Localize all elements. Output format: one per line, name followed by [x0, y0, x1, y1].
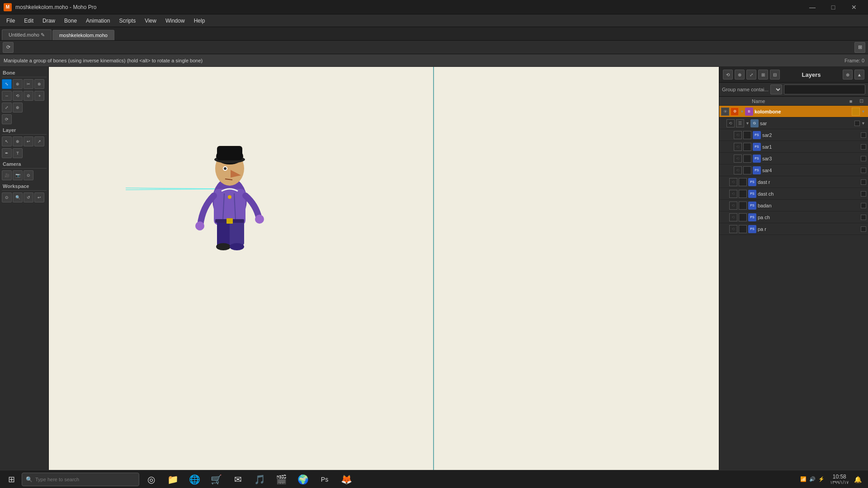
layer-anim-badan[interactable] [739, 202, 747, 210]
layer-row-sar1[interactable]: ⟲ PS sar1 [719, 141, 868, 153]
workspace-tool-4[interactable]: ↩ [34, 192, 44, 202]
layer-checkbox-sar1[interactable] [861, 144, 866, 150]
taskbar-app-ps[interactable]: Ps [315, 471, 335, 488]
layer-checkbox-pa-ch[interactable] [861, 215, 866, 220]
collapse-sar[interactable]: ▼ [745, 121, 750, 126]
tab-moshkelekolom[interactable]: moshkelekolom.moho [52, 30, 114, 40]
camera-tool-2[interactable]: 📷 [13, 170, 23, 180]
toolbar-icon-1[interactable]: ⟳ [3, 42, 14, 53]
layers-collapse[interactable]: ▲ [854, 70, 864, 80]
layer-checkbox-badan[interactable] [861, 203, 866, 208]
taskbar-app-maps[interactable]: 🌍 [293, 471, 313, 488]
camera-tool-1[interactable]: 🎥 [2, 170, 12, 180]
layers-icon-6[interactable]: ⊕ [843, 70, 853, 80]
layer-tool-2[interactable]: ⊕ [13, 136, 23, 146]
layer-tool-6[interactable]: T [13, 148, 23, 158]
clock-area[interactable]: 10:58 ۱۳۹۹/۱/۱۷ [830, 474, 849, 485]
taskbar-app-mail[interactable]: ✉ [228, 471, 248, 488]
layer-tool-3[interactable]: ↩ [24, 136, 33, 146]
layer-arrow-kolombone[interactable]: ▼ [861, 109, 865, 114]
menu-animation[interactable]: Animation [81, 16, 114, 26]
bone-tool-11[interactable]: ⟳ [2, 114, 12, 124]
taskbar-search-box[interactable]: 🔍 [22, 473, 139, 486]
menu-help[interactable]: Help [189, 16, 210, 26]
layer-anim-dast-r[interactable] [739, 178, 747, 186]
bone-tool-10[interactable]: ⊛ [13, 103, 23, 113]
menu-view[interactable]: View [140, 16, 161, 26]
taskbar-app-explorer[interactable]: 📁 [163, 471, 183, 488]
bone-tool-1[interactable]: ⤡ [2, 79, 12, 89]
menu-file[interactable]: File [2, 16, 19, 26]
bone-tool-3[interactable]: ✂ [24, 79, 33, 89]
taskbar-app-video[interactable]: 🎬 [271, 471, 291, 488]
layer-vis-dast-ch[interactable]: ⟲ [729, 190, 737, 198]
layer-row-kolombone[interactable]: 👁 ⚙ ▼ B kolombone ▼ [719, 106, 868, 117]
layer-anim-sar3[interactable] [743, 155, 751, 163]
layer-vis-sar[interactable]: ⟲ [726, 119, 735, 127]
taskbar-search-input[interactable] [35, 477, 126, 482]
layer-vis-pa-ch[interactable]: ⟲ [729, 213, 737, 221]
layer-tool-5[interactable]: ✒ [2, 148, 12, 158]
taskbar-app-store[interactable]: 🛒 [206, 471, 226, 488]
layer-anim-dast-ch[interactable] [739, 190, 747, 198]
notification-btn[interactable]: 🔔 [854, 476, 862, 483]
taskbar-app-firefox[interactable]: 🦊 [336, 471, 356, 488]
start-button[interactable]: ⊞ [3, 471, 20, 488]
menu-edit[interactable]: Edit [19, 16, 38, 26]
layer-vis-sar4[interactable]: ⟲ [734, 166, 742, 174]
layers-icon-3[interactable]: ⤢ [746, 70, 756, 80]
layer-anim-pa-ch[interactable] [739, 213, 747, 221]
layer-vis-pa-r[interactable]: ⟲ [729, 225, 737, 233]
menu-draw[interactable]: Draw [38, 16, 60, 26]
layer-row-dast-ch[interactable]: ⟲ PS dast ch [719, 188, 868, 200]
layer-checkbox-sar3[interactable] [861, 156, 866, 161]
layer-checkbox-dast-ch[interactable] [861, 191, 866, 197]
layer-tool-1[interactable]: ↖ [2, 136, 12, 146]
taskbar-app-media[interactable]: 🎵 [250, 471, 269, 488]
bone-tool-2[interactable]: ⊕ [13, 79, 23, 89]
menu-bone[interactable]: Bone [60, 16, 81, 26]
layer-vis-badan[interactable]: ⟲ [729, 202, 737, 210]
layer-anim-kolombone[interactable]: ⚙ [731, 108, 739, 116]
close-button[interactable]: ✕ [844, 0, 864, 14]
layer-checkbox-sar4[interactable] [861, 168, 866, 173]
layer-row-sar2[interactable]: ⟲ PS sar2 [719, 129, 868, 141]
layer-anim-sar[interactable]: ☰ [736, 119, 744, 127]
minimize-button[interactable]: — [802, 0, 823, 14]
notification-area[interactable]: 📶 🔊 ⚡ [800, 476, 825, 482]
bone-tool-6[interactable]: ⟲ [13, 91, 23, 101]
toolbar-icon-right[interactable]: ⊞ [854, 42, 865, 53]
layer-vis-dast-r[interactable]: ⟲ [729, 178, 737, 186]
bone-tool-7[interactable]: ⊘ [24, 91, 33, 101]
layer-row-pa-ch[interactable]: ⟲ PS pa ch [719, 211, 868, 223]
layer-vis-sar3[interactable]: ⟲ [734, 155, 742, 163]
bone-tool-9[interactable]: ⤢ [2, 103, 12, 113]
layer-checkbox-pa-r[interactable] [861, 226, 866, 232]
bone-tool-8[interactable]: ⌖ [34, 91, 44, 101]
filter-input[interactable] [784, 84, 865, 94]
layer-checkbox-dast-r[interactable] [861, 179, 866, 185]
layer-vis-sar2[interactable]: ⟲ [734, 131, 742, 139]
layer-row-sar[interactable]: ⟲ ☰ ▼ G sar ▼ [719, 117, 868, 129]
layer-row-sar3[interactable]: ⟲ PS sar3 [719, 153, 868, 164]
layer-row-pa-r[interactable]: ⟲ PS pa r [719, 223, 868, 235]
layers-icon-5[interactable]: ⊟ [770, 70, 780, 80]
bone-tool-4[interactable]: ⊗ [34, 79, 44, 89]
taskbar-app-cortana[interactable]: ◎ [141, 471, 161, 488]
canvas-area[interactable] [49, 67, 719, 488]
layer-anim-sar1[interactable] [743, 143, 751, 151]
layers-icon-4[interactable]: ⊞ [758, 70, 768, 80]
workspace-tool-3[interactable]: ↺ [24, 192, 33, 202]
layer-row-dast-r[interactable]: ⟲ PS dast r [719, 176, 868, 188]
taskbar-app-edge[interactable]: 🌐 [184, 471, 204, 488]
menu-window[interactable]: Window [161, 16, 189, 26]
layer-vis-kolombone[interactable]: 👁 [721, 108, 729, 116]
workspace-tool-1[interactable]: ⊙ [2, 192, 12, 202]
layer-checkbox-sar[interactable] [854, 121, 860, 126]
menu-scripts[interactable]: Scripts [114, 16, 140, 26]
layer-color-kolombone[interactable] [852, 108, 860, 116]
layers-icon-2[interactable]: ⊕ [735, 70, 745, 80]
layers-icon-1[interactable]: ⟲ [723, 70, 733, 80]
bone-tool-5[interactable]: ↔ [2, 91, 12, 101]
layer-vis-sar1[interactable]: ⟲ [734, 143, 742, 151]
